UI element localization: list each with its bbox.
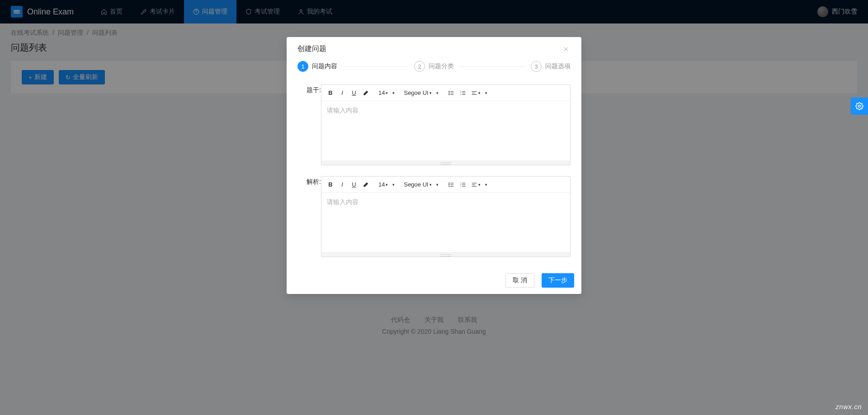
color2-select[interactable]: ▾	[434, 179, 440, 190]
analysis-label: 解析:	[297, 176, 321, 186]
erase-icon[interactable]	[360, 88, 371, 98]
svg-point-6	[448, 184, 449, 185]
create-question-modal: 创建问题 1 问题内容 2 问题分类 3 问题选项 题干:	[287, 37, 581, 294]
step-title: 问题内容	[312, 62, 337, 70]
modal-footer: 取 消 下一步	[287, 269, 581, 294]
font-family-select[interactable]: Segoe UI▾	[402, 179, 433, 190]
more-select[interactable]: ▾	[483, 179, 489, 190]
resize-handle[interactable]	[321, 161, 570, 165]
step-content[interactable]: 1 问题内容	[297, 61, 337, 72]
modal-header: 创建问题	[287, 37, 581, 61]
watermark: znwx.cn	[835, 403, 862, 410]
italic-icon[interactable]: I	[337, 179, 348, 190]
step-number: 2	[414, 61, 425, 72]
font-size-select[interactable]: 14▾	[377, 88, 390, 98]
more-select[interactable]: ▾	[483, 88, 489, 98]
bold-icon[interactable]: B	[325, 88, 336, 98]
color-select[interactable]: ▾	[391, 88, 396, 98]
color-select[interactable]: ▾	[391, 179, 396, 190]
cancel-button[interactable]: 取 消	[505, 273, 534, 288]
editor-toolbar: B I U 14▾ ▾ Segoe UI▾ ▾ ▾ ▾	[321, 177, 570, 193]
svg-point-5	[448, 182, 449, 183]
svg-point-7	[448, 186, 449, 186]
ol-icon[interactable]	[458, 179, 468, 190]
analysis-input[interactable]: 请输入内容	[321, 193, 570, 252]
italic-icon[interactable]: I	[337, 88, 348, 98]
stem-row: 题干: B I U 14▾ ▾ Segoe UI▾ ▾ ▾	[297, 84, 571, 165]
stem-editor: B I U 14▾ ▾ Segoe UI▾ ▾ ▾ ▾ 请输入内容	[321, 84, 571, 165]
gear-icon	[855, 102, 863, 110]
align-select[interactable]: ▾	[469, 88, 482, 98]
next-button[interactable]: 下一步	[542, 273, 574, 288]
font-size-select[interactable]: 14▾	[377, 179, 390, 190]
color2-select[interactable]: ▾	[434, 88, 440, 98]
close-icon[interactable]	[561, 45, 571, 54]
resize-handle[interactable]	[321, 252, 570, 256]
step-category[interactable]: 2 问题分类	[414, 61, 454, 72]
svg-point-2	[448, 91, 449, 91]
step-title: 问题选项	[545, 62, 571, 70]
step-number: 1	[297, 61, 308, 72]
underline-icon[interactable]: U	[349, 88, 359, 98]
analysis-editor: B I U 14▾ ▾ Segoe UI▾ ▾ ▾ ▾ 请输入内容	[321, 176, 571, 257]
ul-icon[interactable]	[446, 88, 457, 98]
settings-float-button[interactable]	[851, 98, 868, 115]
svg-point-4	[448, 94, 449, 94]
steps: 1 问题内容 2 问题分类 3 问题选项	[297, 61, 571, 72]
svg-point-3	[448, 93, 449, 93]
font-family-select[interactable]: Segoe UI▾	[402, 88, 433, 98]
editor-toolbar: B I U 14▾ ▾ Segoe UI▾ ▾ ▾ ▾	[321, 85, 570, 101]
ol-icon[interactable]	[458, 88, 468, 98]
bold-icon[interactable]: B	[325, 179, 336, 190]
underline-icon[interactable]: U	[349, 179, 359, 190]
stem-label: 题干:	[297, 84, 321, 94]
analysis-row: 解析: B I U 14▾ ▾ Segoe UI▾ ▾ ▾	[297, 176, 571, 257]
align-select[interactable]: ▾	[469, 179, 482, 190]
erase-icon[interactable]	[360, 179, 371, 190]
step-options[interactable]: 3 问题选项	[531, 61, 571, 72]
svg-point-8	[859, 105, 861, 107]
step-title: 问题分类	[429, 62, 454, 70]
step-number: 3	[531, 61, 542, 72]
modal-title: 创建问题	[297, 44, 326, 54]
stem-input[interactable]: 请输入内容	[321, 101, 570, 161]
ul-icon[interactable]	[446, 179, 457, 190]
